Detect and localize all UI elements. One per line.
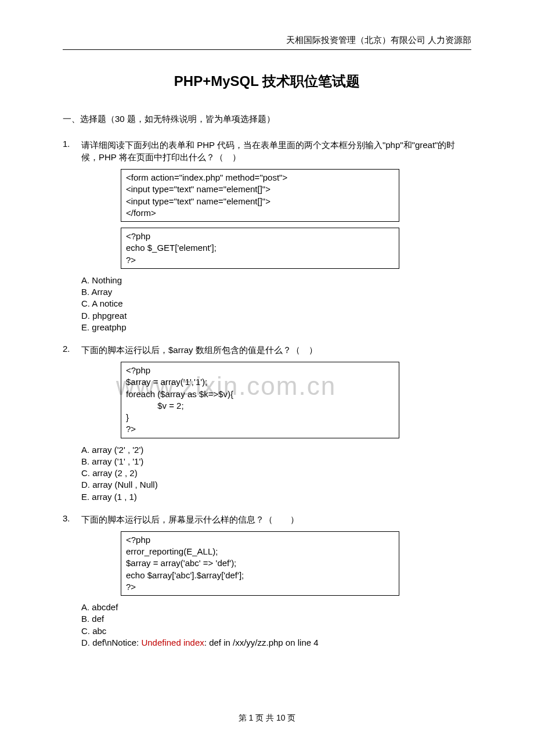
q3-option-c: C. abc <box>81 625 471 637</box>
q3-text: 下面的脚本运行以后，屏幕显示什么样的信息？（ ） <box>81 513 471 525</box>
q2-number: 2. <box>63 344 81 354</box>
q1-text: 请详细阅读下面列出的表单和 PHP 代码，当在表单里面的两个文本框分别输入"ph… <box>81 139 471 163</box>
q2-code-box: <?php $array = array('1','1'); foreach (… <box>121 362 399 438</box>
q3-number: 3. <box>63 513 81 523</box>
q2-option-e: E. array (1 , 1) <box>81 491 471 503</box>
question-1: 1. 请详细阅读下面列出的表单和 PHP 代码，当在表单里面的两个文本框分别输入… <box>63 139 471 333</box>
q3-option-d-red: Undefined index <box>141 638 204 647</box>
q2-option-a: A. array ('2' , '2') <box>81 444 471 456</box>
q1-code-box-1: <form action="index.php" method="post"> … <box>121 169 399 222</box>
question-3: 3. 下面的脚本运行以后，屏幕显示什么样的信息？（ ） <?php error_… <box>63 513 471 649</box>
q3-option-d: D. def\nNotice: Undefined index: def in … <box>81 637 471 649</box>
q1-option-b: B. Array <box>81 286 471 298</box>
q1-number: 1. <box>63 139 81 149</box>
page-content: 天相国际投资管理（北京）有限公司 人力资源部 PHP+MySQL 技术职位笔试题… <box>0 0 534 649</box>
q2-option-c: C. array (2 , 2) <box>81 467 471 479</box>
q1-option-d: D. phpgreat <box>81 310 471 322</box>
q2-option-d: D. array (Null , Null) <box>81 479 471 491</box>
q1-option-e: E. greatphp <box>81 322 471 333</box>
header-company: 天相国际投资管理（北京）有限公司 人力资源部 <box>63 35 471 50</box>
q1-option-a: A. Nothing <box>81 275 471 286</box>
q3-option-d-post: : def in /xx/yy/zz.php on line 4 <box>204 638 319 647</box>
q1-options: A. Nothing B. Array C. A notice D. phpgr… <box>81 275 471 333</box>
q3-code-box: <?php error_reporting(E_ALL); $array = a… <box>121 531 399 596</box>
q3-option-d-pre: D. def\nNotice: <box>81 638 141 647</box>
q2-option-b: B. array ('1' , '1') <box>81 456 471 467</box>
page-title: PHP+MySQL 技术职位笔试题 <box>63 72 471 91</box>
q3-option-a: A. abcdef <box>81 602 471 613</box>
q2-options: A. array ('2' , '2') B. array ('1' , '1'… <box>81 444 471 503</box>
q1-code-box-2: <?php echo $_GET['element']; ?> <box>121 228 399 269</box>
page-footer: 第 1 页 共 10 页 <box>0 713 534 723</box>
question-2: 2. 下面的脚本运行以后，$array 数组所包含的值是什么？（ ） <?php… <box>63 344 471 503</box>
q3-option-b: B. def <box>81 613 471 625</box>
q1-option-c: C. A notice <box>81 298 471 309</box>
section-intro: 一、选择题（30 题，如无特殊说明，皆为单项选择题） <box>63 114 471 125</box>
q3-options: A. abcdef B. def C. abc D. def\nNotice: … <box>81 602 471 649</box>
q2-text: 下面的脚本运行以后，$array 数组所包含的值是什么？（ ） <box>81 344 471 356</box>
